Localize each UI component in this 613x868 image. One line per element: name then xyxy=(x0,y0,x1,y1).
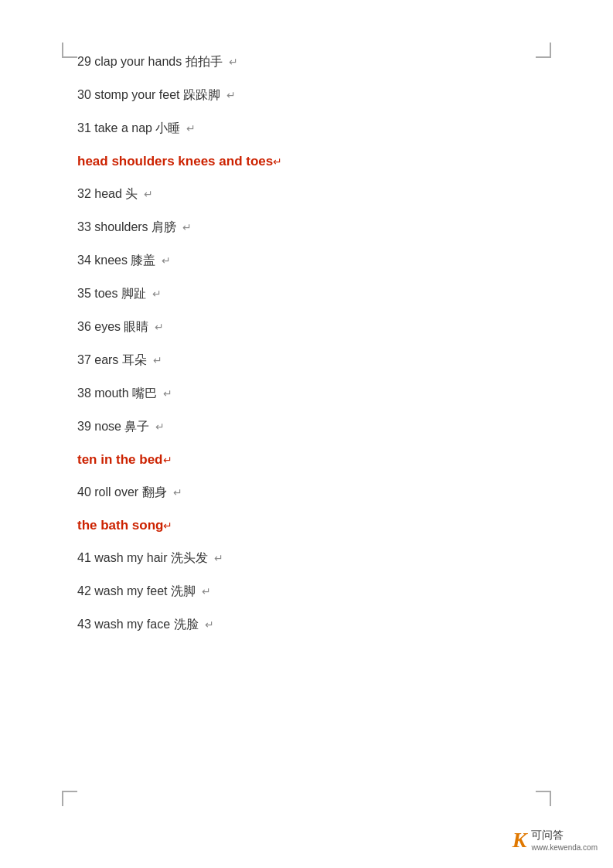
item-text: 42 wash my feet 洗脚 xyxy=(77,584,196,600)
return-icon: ↵ xyxy=(163,454,172,466)
corner-bottom-right xyxy=(536,791,551,806)
watermark-k-letter: K xyxy=(513,828,527,853)
item-text: 31 take a nap 小睡 xyxy=(77,121,180,137)
return-icon: ↵ xyxy=(205,618,214,631)
return-icon: ↵ xyxy=(173,486,182,499)
list-item: 30 stomp your feet 跺跺脚 ↵ xyxy=(77,87,551,104)
return-icon: ↵ xyxy=(273,155,282,168)
item-text: 43 wash my face 洗脸 xyxy=(77,617,199,633)
list-item: 29 clap your hands 拍拍手 ↵ xyxy=(77,54,551,70)
list-item: 43 wash my face 洗脸 ↵ xyxy=(77,617,551,633)
list-item: 36 eyes 眼睛 ↵ xyxy=(77,319,551,335)
item-text: 41 wash my hair 洗头发 xyxy=(77,550,208,567)
return-icon: ↵ xyxy=(163,519,172,532)
item-text: 36 eyes 眼睛 xyxy=(77,319,148,335)
return-icon: ↵ xyxy=(214,552,223,564)
return-icon: ↵ xyxy=(144,188,153,200)
list-item: 39 nose 鼻子 ↵ xyxy=(77,419,551,435)
corner-top-right xyxy=(536,43,551,58)
watermark-main-text: 可问答 xyxy=(531,828,598,842)
corner-bottom-left xyxy=(62,791,77,806)
list-item: 37 ears 耳朵 ↵ xyxy=(77,352,551,369)
item-text: 32 head 头 xyxy=(77,186,138,203)
return-icon: ↵ xyxy=(186,122,196,134)
item-text: 34 knees 膝盖 xyxy=(77,253,155,269)
watermark: K 可问答 www.kewenda.com xyxy=(513,828,598,853)
item-text: 35 toes 脚趾 xyxy=(77,286,146,302)
return-icon: ↵ xyxy=(163,387,172,400)
list-item: 31 take a nap 小睡 ↵ xyxy=(77,121,551,137)
watermark-text-block: 可问答 www.kewenda.com xyxy=(531,828,598,852)
watermark-url: www.kewenda.com xyxy=(531,842,598,853)
list-item: 38 mouth 嘴巴 ↵ xyxy=(77,386,551,402)
item-text: 29 clap your hands 拍拍手 xyxy=(77,54,223,70)
page: 29 clap your hands 拍拍手 ↵ 30 stomp your f… xyxy=(0,0,613,868)
section-title-1: head shoulders knees and toes↵ xyxy=(77,154,551,169)
item-text: 39 nose 鼻子 xyxy=(77,419,149,435)
return-icon: ↵ xyxy=(152,288,162,300)
list-item: 40 roll over 翻身 ↵ xyxy=(77,485,551,501)
item-text: 33 shoulders 肩膀 xyxy=(77,220,176,236)
list-item: 34 knees 膝盖 ↵ xyxy=(77,253,551,269)
item-text: 37 ears 耳朵 xyxy=(77,352,147,369)
list-item: 41 wash my hair 洗头发 ↵ xyxy=(77,550,551,567)
return-icon: ↵ xyxy=(226,89,236,101)
return-icon: ↵ xyxy=(202,585,211,597)
content: 29 clap your hands 拍拍手 ↵ 30 stomp your f… xyxy=(77,46,551,633)
return-icon: ↵ xyxy=(155,420,165,433)
return-icon: ↵ xyxy=(229,56,238,68)
list-item: 35 toes 脚趾 ↵ xyxy=(77,286,551,302)
list-item: 32 head 头 ↵ xyxy=(77,186,551,203)
section-title-2: ten in the bed↵ xyxy=(77,452,551,468)
item-text: 30 stomp your feet 跺跺脚 xyxy=(77,87,220,104)
return-icon: ↵ xyxy=(153,354,162,366)
item-text: 40 roll over 翻身 xyxy=(77,485,167,501)
return-icon: ↵ xyxy=(155,321,164,333)
return-icon: ↵ xyxy=(182,221,192,233)
return-icon: ↵ xyxy=(162,254,171,267)
section-title-3: the bath song↵ xyxy=(77,518,551,533)
corner-top-left xyxy=(62,43,77,58)
list-item: 33 shoulders 肩膀 ↵ xyxy=(77,220,551,236)
item-text: 38 mouth 嘴巴 xyxy=(77,386,157,402)
list-item: 42 wash my feet 洗脚 ↵ xyxy=(77,584,551,600)
